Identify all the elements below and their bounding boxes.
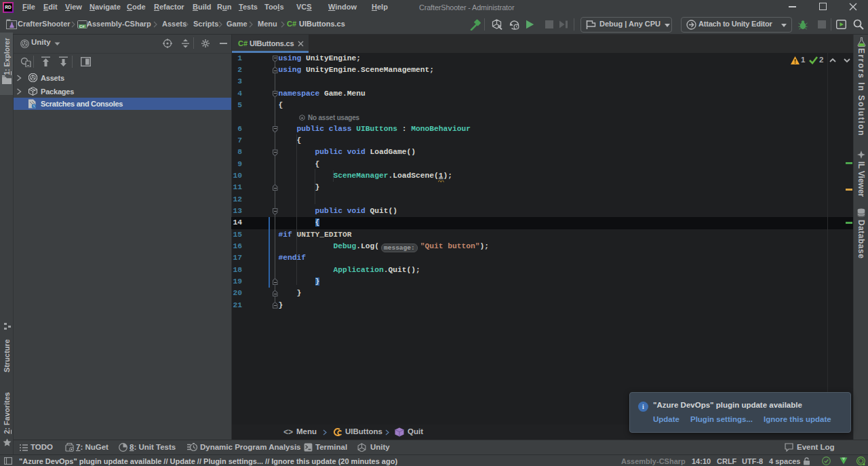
svg-text:C#: C# xyxy=(79,24,85,28)
